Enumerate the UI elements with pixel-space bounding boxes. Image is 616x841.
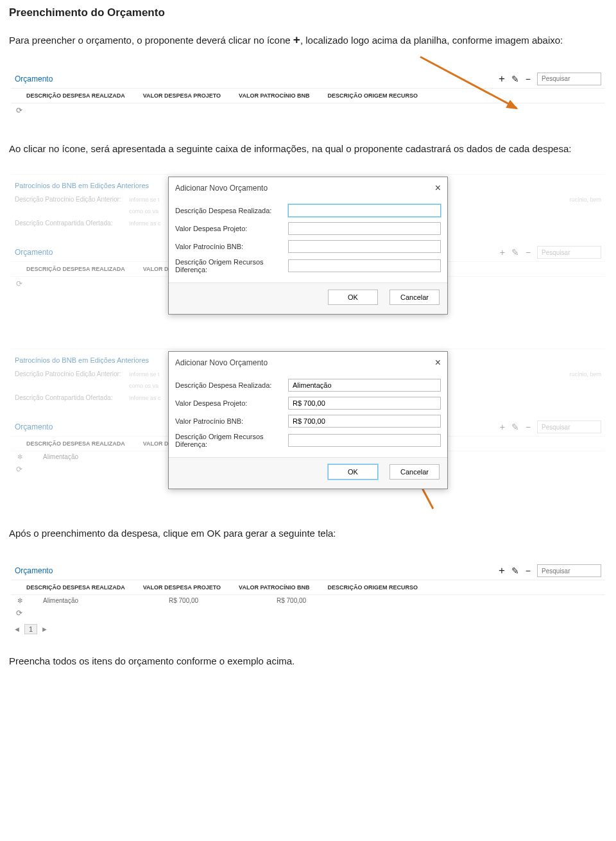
pager-prev-icon[interactable]: ◄ — [13, 625, 21, 633]
input-desc-despesa[interactable] — [288, 204, 441, 217]
pencil-icon-4[interactable]: ✎ — [511, 566, 519, 576]
loader-4: ⟳ — [11, 606, 605, 620]
modal-filled-close-icon[interactable]: × — [435, 360, 441, 366]
pager: ◄ 1 ► — [11, 620, 605, 634]
modal-title: Adicionar Novo Orçamento — [175, 184, 435, 193]
paragraph-4: Preencha todos os itens do orçamento con… — [9, 655, 607, 666]
input-valor-projeto[interactable] — [288, 222, 441, 235]
search-input[interactable] — [540, 74, 616, 83]
row-c1: Alimentação — [43, 597, 151, 604]
intro-plus-glyph: + — [293, 33, 300, 46]
filled-input-valor-projeto[interactable] — [288, 397, 441, 410]
filled-input-origem[interactable] — [288, 434, 441, 447]
filled-input-desc[interactable] — [288, 379, 441, 392]
faded-search[interactable]: 🔍 — [537, 246, 601, 259]
faded3-plus-icon[interactable]: + — [500, 422, 505, 432]
col-origem: DESCRIÇÃO ORIGEM RECURSO — [328, 92, 418, 99]
screenshot-2: Patrocínios do BNB em Edições Anteriores… — [9, 171, 607, 331]
orcamento-section-title: Orçamento — [15, 74, 495, 83]
input-valor-bnb[interactable] — [288, 240, 441, 253]
pager-current[interactable]: 1 — [24, 624, 37, 634]
col4-c2: VALOR DESPESA PROJETO — [143, 584, 221, 591]
faded3-search-input[interactable] — [540, 423, 616, 431]
screenshot-1: Orçamento + ✎ − 🔍 DESCRIÇÃO DESPESA REAL… — [9, 64, 607, 128]
orcamento-title-4: Orçamento — [15, 566, 495, 575]
faded3-gear-icon: ✼ — [17, 453, 22, 460]
col-valor-bnb: VALOR PATROCÍNIO BNB — [239, 92, 310, 99]
pager-next-icon[interactable]: ► — [41, 625, 48, 633]
faded3-col1: DESCRIÇÃO DESPESA REALIZADA — [26, 440, 125, 447]
row-c2: R$ 700,00 — [169, 597, 259, 604]
ok-button[interactable]: OK — [328, 290, 378, 305]
input-origem[interactable] — [288, 259, 441, 272]
plus-icon[interactable]: + — [499, 73, 505, 85]
table-row[interactable]: ✼ Alimentação R$ 700,00 R$ 700,00 — [11, 595, 605, 606]
search-box-4[interactable]: 🔍 — [537, 564, 601, 577]
faded3-label-2: Descrição Contrapartida Ofertada: — [15, 394, 124, 401]
field-label-desc-despesa: Descrição Despesa Realizada: — [175, 207, 288, 214]
field-label-valor-bnb: Valor Patrocínio BNB: — [175, 243, 288, 250]
faded-minus-icon[interactable]: − — [526, 247, 531, 257]
table-header-row: DESCRIÇÃO DESPESA REALIZADA VALOR DESPES… — [11, 88, 605, 103]
faded3-search[interactable]: 🔍 — [537, 420, 601, 433]
cancel-button[interactable]: Cancelar — [389, 290, 440, 305]
faded3-pencil-icon[interactable]: ✎ — [511, 422, 519, 432]
modal-filled-title: Adicionar Novo Orçamento — [175, 358, 435, 367]
intro-text-a: Para preencher o orçamento, o proponente… — [9, 35, 293, 46]
field-label-valor-projeto: Valor Despesa Projeto: — [175, 225, 288, 232]
col4-c1: DESCRIÇÃO DESPESA REALIZADA — [26, 584, 125, 591]
faded-plus-icon[interactable]: + — [500, 247, 505, 257]
minus-icon-4[interactable]: − — [526, 566, 531, 576]
search-box[interactable]: 🔍 — [537, 73, 601, 85]
paragraph-3: Após o preenchimento da despesa, clique … — [9, 526, 607, 541]
add-orcamento-modal-empty: Adicionar Novo Orçamento × Descrição Des… — [168, 177, 448, 315]
cancel-button-2[interactable]: Cancelar — [389, 464, 440, 480]
filled-label-origem: Descrição Origem Recursos Diferença: — [175, 433, 288, 448]
col4-c3: VALOR PATROCÍNIO BNB — [239, 584, 310, 591]
col4-c4: DESCRIÇÃO ORIGEM RECURSO — [328, 584, 418, 591]
field-label-origem: Descrição Origem Recursos Diferença: — [175, 258, 288, 273]
faded3-label-1: Descrição Patrocínio Edição Anterior: — [15, 370, 124, 377]
intro-paragraph: Para preencher o orçamento, o proponente… — [9, 31, 607, 49]
search-input-4[interactable] — [540, 567, 616, 575]
close-icon[interactable]: × — [435, 185, 441, 191]
paragraph-2: Ao clicar no ícone, será apresentada a s… — [9, 142, 607, 156]
faded-search-input[interactable] — [540, 248, 616, 257]
screenshot-3: Patrocínios do BNB em Edições Anteriores… — [9, 345, 607, 512]
filled-label-desc: Descrição Despesa Realizada: — [175, 381, 288, 389]
ok-button-highlighted[interactable]: OK — [328, 464, 378, 480]
faded3-c1: Alimentação — [43, 453, 151, 460]
minus-icon[interactable]: − — [526, 74, 531, 84]
filled-label-valor-bnb: Valor Patrocínio BNB: — [175, 417, 288, 425]
col-desc-despesa: DESCRIÇÃO DESPESA REALIZADA — [26, 92, 125, 99]
col-valor-projeto: VALOR DESPESA PROJETO — [143, 92, 221, 99]
screenshot-4: Orçamento + ✎ − 🔍 DESCRIÇÃO DESPESA REAL… — [9, 556, 607, 641]
faded-col1: DESCRIÇÃO DESPESA REALIZADA — [26, 266, 125, 272]
filled-label-valor-projeto: Valor Despesa Projeto: — [175, 399, 288, 407]
faded3-minus-icon[interactable]: − — [526, 422, 531, 432]
row-gear-icon[interactable]: ✼ — [17, 597, 22, 604]
intro-text-b: , localizado logo acima da planilha, con… — [300, 35, 563, 46]
plus-icon-4[interactable]: + — [499, 564, 505, 577]
row-c3: R$ 700,00 — [277, 597, 363, 604]
filled-input-valor-bnb[interactable] — [288, 415, 441, 428]
faded-label-1: Descrição Patrocínio Edição Anterior: — [15, 196, 124, 203]
orcamento-toolbar: Orçamento + ✎ − 🔍 — [11, 67, 605, 88]
pencil-icon[interactable]: ✎ — [511, 74, 519, 84]
faded-pencil-icon[interactable]: ✎ — [511, 247, 519, 257]
add-orcamento-modal-filled: Adicionar Novo Orçamento × Descrição Des… — [168, 351, 448, 489]
page-heading: Preenchimento do Orçamento — [9, 6, 607, 19]
faded-label-2: Descrição Contrapartida Ofertada: — [15, 220, 124, 227]
